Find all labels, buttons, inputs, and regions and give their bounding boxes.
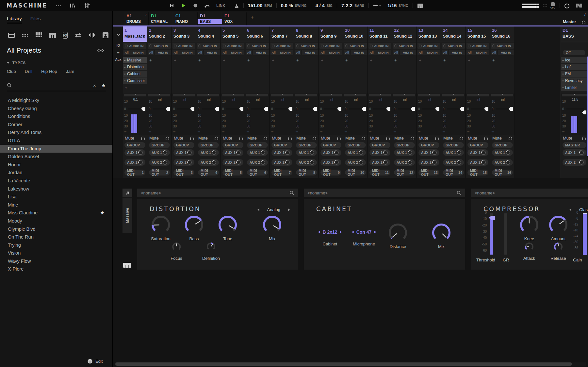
add-plugin-button[interactable]: + <box>294 57 318 63</box>
audio-in-button[interactable]: AUDIO IN <box>197 43 220 49</box>
knob-release[interactable]: Release <box>550 242 566 261</box>
audio-in-button[interactable]: AUDIO IN <box>344 43 367 49</box>
tempo-display[interactable]: 151.00BPM <box>248 3 272 8</box>
pan-slider[interactable] <box>222 94 244 96</box>
project-list-item[interactable]: A Midnight Sky <box>0 96 112 105</box>
popout-arrow-icon[interactable] <box>122 189 132 197</box>
audio-in-button[interactable]: AUDIO IN <box>393 43 416 49</box>
keyboard-icon[interactable] <box>417 3 423 8</box>
midi-in-button[interactable]: MIDI IN <box>130 50 146 55</box>
knob-dial[interactable] <box>432 223 451 242</box>
mute-button[interactable]: Mute <box>149 136 159 141</box>
starred-icon[interactable]: ★ <box>100 209 105 217</box>
aux2-send[interactable]: AUX 2 <box>320 159 341 166</box>
cue-button[interactable] <box>582 136 586 140</box>
aux2-send[interactable]: AUX 2 <box>222 159 243 166</box>
knob-dial[interactable] <box>172 242 181 251</box>
headphones-icon[interactable] <box>165 136 170 140</box>
pan-slider[interactable] <box>393 94 415 96</box>
plugin-slot[interactable]: FM <box>561 71 588 77</box>
midi-out-button[interactable]: MIDI OUT16 <box>492 170 513 175</box>
output-route-button[interactable]: GROUP <box>394 142 415 148</box>
midi-in-button[interactable]: MIDI IN <box>179 50 195 55</box>
aux1-send[interactable]: AUX 1 <box>345 149 366 156</box>
plugin-slot[interactable]: Ice <box>561 57 588 63</box>
audio-in-button[interactable]: AUDIO IN <box>246 43 269 49</box>
clear-search-icon[interactable]: × <box>93 83 96 88</box>
channel-header[interactable]: 1Mass..tacks <box>123 26 147 42</box>
aux2-send[interactable]: AUX 2 <box>369 159 390 166</box>
pan-slider[interactable] <box>344 94 366 96</box>
headphones-icon[interactable] <box>239 136 243 140</box>
send-knob-icon[interactable] <box>505 149 511 156</box>
knob-definition[interactable]: Definition <box>202 242 220 261</box>
midi-channel-all-button[interactable]: All <box>442 50 448 55</box>
midi-in-button[interactable]: MIDI IN <box>351 50 367 55</box>
audio-in-button[interactable]: AUDIO IN <box>148 43 171 49</box>
aux1-send[interactable]: AUX 1 <box>418 149 439 156</box>
aux2-send[interactable]: AUX 2 <box>149 159 170 166</box>
midi-in-button[interactable]: MIDI IN <box>400 50 416 55</box>
list-toggle-icon[interactable]: ≡ <box>114 51 123 56</box>
knob-dial[interactable] <box>263 215 282 234</box>
midi-channel-all-button[interactable]: All <box>197 50 203 55</box>
knob-dial[interactable] <box>525 242 534 251</box>
send-knob-icon[interactable] <box>456 159 462 165</box>
info-icon[interactable] <box>88 359 92 364</box>
mute-button[interactable]: Mute <box>468 136 477 141</box>
plugin-slot[interactable]: Reve..acy <box>561 77 588 84</box>
pan-slider[interactable] <box>124 94 146 96</box>
aux2-send[interactable]: AUX 2 <box>418 159 439 166</box>
mute-button[interactable]: Mute <box>272 136 281 141</box>
send-knob-icon[interactable] <box>456 149 462 156</box>
midi-channel-all-button[interactable]: All <box>295 50 301 55</box>
aux-toggle[interactable]: Aux <box>114 58 123 61</box>
mute-button[interactable]: Mute <box>223 136 232 141</box>
add-group-button[interactable]: + <box>247 12 266 25</box>
output-route-button[interactable]: GROUP <box>149 142 170 148</box>
output-route-button[interactable]: GROUP <box>247 142 268 148</box>
link-button[interactable]: LINK <box>216 4 225 8</box>
midi-channel-all-button[interactable]: All <box>368 50 375 55</box>
type-tag[interactable]: Jam <box>66 69 74 74</box>
add-plugin-button[interactable]: + <box>245 57 270 63</box>
knob-tone[interactable]: Tone <box>218 215 237 241</box>
audio-in-button[interactable]: AUDIO IN <box>123 43 146 49</box>
aux2-send[interactable]: AUX 2 <box>563 159 586 166</box>
cue-button[interactable] <box>508 136 513 140</box>
add-plugin-button[interactable]: + <box>368 57 392 63</box>
group-tab-c1[interactable]: C1 PIANO <box>173 12 198 25</box>
pan-slider[interactable] <box>148 94 170 96</box>
output-route-button[interactable]: GROUP <box>345 142 366 148</box>
audio-in-button[interactable]: AUDIO IN <box>221 43 244 49</box>
midi-channel-all-button[interactable]: All <box>344 50 350 55</box>
pan-slider[interactable] <box>271 94 293 96</box>
output-route-button[interactable]: GROUP <box>443 142 464 148</box>
collapse-strips-icon[interactable] <box>114 34 123 36</box>
send-knob-icon[interactable] <box>407 159 413 165</box>
output-route-button[interactable]: GROUP <box>369 142 390 148</box>
add-plugin-button[interactable]: + <box>392 57 416 63</box>
send-knob-icon[interactable] <box>186 159 192 165</box>
output-route-button[interactable]: GROUP <box>320 142 341 148</box>
headphones-icon[interactable] <box>582 136 586 140</box>
selector-microphone[interactable]: Con 47 Microphone <box>352 229 376 246</box>
send-knob-icon[interactable] <box>358 149 364 156</box>
plugin-slot[interactable]: Com..ssor <box>123 77 147 84</box>
project-list-item[interactable]: Olympic Blvd <box>0 225 112 233</box>
sync-display[interactable]: 1/16SYNC <box>387 3 408 8</box>
midi-in-button[interactable]: MIDI IN <box>375 50 391 55</box>
channel-header[interactable]: 4Sound 4 <box>196 26 220 42</box>
project-list-item[interactable]: X-Plore <box>0 265 112 273</box>
channel-header[interactable]: 8Sound 8 <box>294 26 318 42</box>
output-route-button[interactable]: GROUP <box>492 142 513 148</box>
headphones-icon[interactable] <box>508 136 513 140</box>
midi-in-button[interactable]: MIDI IN <box>498 50 514 55</box>
channel-header[interactable]: 9Sound 9 <box>319 26 343 42</box>
plugin-slot[interactable]: Massive <box>123 57 147 63</box>
aux1-send[interactable]: AUX 1 <box>296 149 317 156</box>
send-knob-icon[interactable] <box>235 149 241 156</box>
midi-out-button[interactable]: MIDI OUT7 <box>271 170 292 175</box>
threshold-handle[interactable] <box>489 216 495 220</box>
add-plugin-button[interactable]: + <box>490 57 514 63</box>
